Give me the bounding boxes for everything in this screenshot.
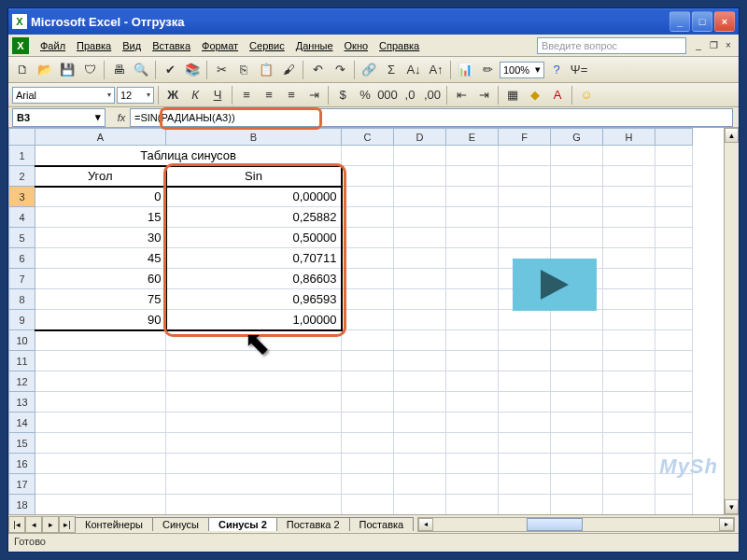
excel-icon[interactable]: X: [12, 37, 29, 54]
decrease-decimal-icon[interactable]: ,00: [422, 85, 443, 105]
cell[interactable]: 60: [35, 269, 166, 289]
tab-last-button[interactable]: ▸|: [59, 516, 76, 533]
smiley-icon[interactable]: ☺: [576, 85, 597, 105]
fontsize-combo[interactable]: 12▾: [117, 87, 154, 104]
equals-icon[interactable]: Ψ=: [569, 60, 589, 80]
paste-icon[interactable]: 📋: [256, 60, 276, 80]
scroll-left-button[interactable]: ◂: [418, 518, 433, 531]
menu-insert[interactable]: Вставка: [147, 37, 196, 54]
scroll-down-button[interactable]: ▼: [725, 499, 739, 514]
zoom-combo[interactable]: 100%▾: [500, 62, 544, 78]
row-header[interactable]: 13: [9, 392, 35, 413]
menu-window[interactable]: Окно: [339, 37, 374, 54]
sheet-tab[interactable]: Поставка: [349, 517, 415, 531]
sheet-tab-active[interactable]: Синусы 2: [208, 517, 277, 531]
format-painter-icon[interactable]: 🖌: [278, 60, 299, 80]
help-question-input[interactable]: Введите вопрос: [537, 37, 686, 54]
row-header[interactable]: 7: [9, 269, 35, 289]
drawing-icon[interactable]: ✏: [477, 60, 498, 80]
sort-desc-icon[interactable]: A↑: [426, 60, 446, 80]
maximize-button[interactable]: □: [692, 11, 712, 32]
col-header[interactable]: A: [35, 129, 166, 146]
cell[interactable]: 0,50000: [166, 228, 342, 248]
name-box[interactable]: B3▾: [12, 108, 106, 127]
menu-edit[interactable]: Правка: [71, 37, 117, 54]
undo-icon[interactable]: ↶: [307, 60, 328, 80]
cell[interactable]: 0,86603: [166, 269, 342, 289]
cell[interactable]: 0: [35, 187, 166, 207]
align-center-icon[interactable]: ≡: [259, 85, 279, 105]
autosum-icon[interactable]: Σ: [381, 60, 402, 80]
row-header[interactable]: 14: [9, 413, 35, 433]
sheet-tab[interactable]: Синусы: [152, 517, 209, 531]
col-header[interactable]: F: [499, 129, 551, 146]
scroll-thumb[interactable]: [527, 518, 583, 531]
permission-icon[interactable]: 🛡: [79, 60, 100, 80]
font-combo[interactable]: Arial▾: [12, 87, 115, 104]
close-button[interactable]: ×: [714, 11, 735, 32]
merge-center-icon[interactable]: ⇥: [303, 85, 324, 105]
worksheet-grid[interactable]: A B C D E F G H 1 Таблица синусов 2 Угол…: [8, 128, 739, 514]
select-all-button[interactable]: [9, 129, 35, 146]
underline-button[interactable]: Ч: [207, 85, 228, 105]
cut-icon[interactable]: ✂: [211, 60, 232, 80]
comma-icon[interactable]: 000: [377, 85, 398, 105]
copy-icon[interactable]: ⎘: [233, 60, 254, 80]
menu-tools[interactable]: Сервис: [244, 37, 290, 54]
cell[interactable]: Sin: [166, 166, 342, 187]
help-icon[interactable]: ?: [546, 60, 567, 80]
col-header[interactable]: E: [446, 129, 499, 146]
tab-next-button[interactable]: ▸: [42, 516, 59, 533]
row-header[interactable]: 11: [9, 351, 35, 371]
cell[interactable]: 45: [35, 248, 166, 269]
cell[interactable]: Таблица синусов: [35, 146, 342, 166]
tab-first-button[interactable]: |◂: [8, 516, 25, 533]
row-header[interactable]: 9: [9, 310, 35, 330]
cell[interactable]: 75: [35, 289, 166, 310]
open-icon[interactable]: 📂: [35, 60, 55, 80]
formula-input[interactable]: =SIN(РАДИАНЫ(A3)): [130, 108, 733, 127]
cell[interactable]: 0,96593: [166, 289, 342, 310]
col-header[interactable]: B: [166, 129, 342, 146]
cell[interactable]: 0,00000: [166, 187, 342, 207]
cell[interactable]: 15: [35, 207, 166, 228]
increase-decimal-icon[interactable]: ,0: [400, 85, 420, 105]
save-icon[interactable]: 💾: [57, 60, 78, 80]
menu-help[interactable]: Справка: [374, 37, 425, 54]
menu-data[interactable]: Данные: [290, 37, 339, 54]
italic-button[interactable]: К: [185, 85, 205, 105]
mdi-restore-button[interactable]: ❐: [707, 39, 720, 52]
redo-icon[interactable]: ↷: [330, 60, 350, 80]
sheet-tab[interactable]: Контейнеры: [75, 517, 153, 531]
row-header[interactable]: 8: [9, 289, 35, 310]
percent-icon[interactable]: %: [355, 85, 375, 105]
print-icon[interactable]: 🖶: [108, 60, 129, 80]
currency-icon[interactable]: $: [332, 85, 353, 105]
borders-icon[interactable]: ▦: [502, 85, 523, 105]
chart-icon[interactable]: 📊: [455, 60, 475, 80]
align-left-icon[interactable]: ≡: [236, 85, 257, 105]
row-header[interactable]: 1: [9, 146, 35, 166]
play-shape[interactable]: [513, 259, 597, 311]
scroll-up-button[interactable]: ▲: [725, 128, 739, 143]
scroll-right-button[interactable]: ▸: [719, 518, 734, 531]
mdi-minimize-button[interactable]: _: [692, 39, 705, 52]
cell[interactable]: 30: [35, 228, 166, 248]
col-header[interactable]: G: [551, 129, 603, 146]
row-header[interactable]: 3: [9, 187, 35, 207]
row-header[interactable]: 12: [9, 371, 35, 392]
col-header[interactable]: C: [342, 129, 394, 146]
minimize-button[interactable]: _: [669, 11, 690, 32]
research-icon[interactable]: 📚: [182, 60, 203, 80]
col-header[interactable]: D: [394, 129, 446, 146]
cell[interactable]: 90: [35, 310, 166, 330]
cell[interactable]: 0,70711: [166, 248, 342, 269]
bold-button[interactable]: Ж: [162, 85, 183, 105]
sort-asc-icon[interactable]: A↓: [403, 60, 424, 80]
row-header[interactable]: 10: [9, 330, 35, 351]
row-header[interactable]: 5: [9, 228, 35, 248]
mdi-close-button[interactable]: ×: [722, 39, 735, 52]
row-header[interactable]: 18: [9, 495, 35, 515]
cell[interactable]: 0,25882: [166, 207, 342, 228]
row-header[interactable]: 6: [9, 248, 35, 269]
